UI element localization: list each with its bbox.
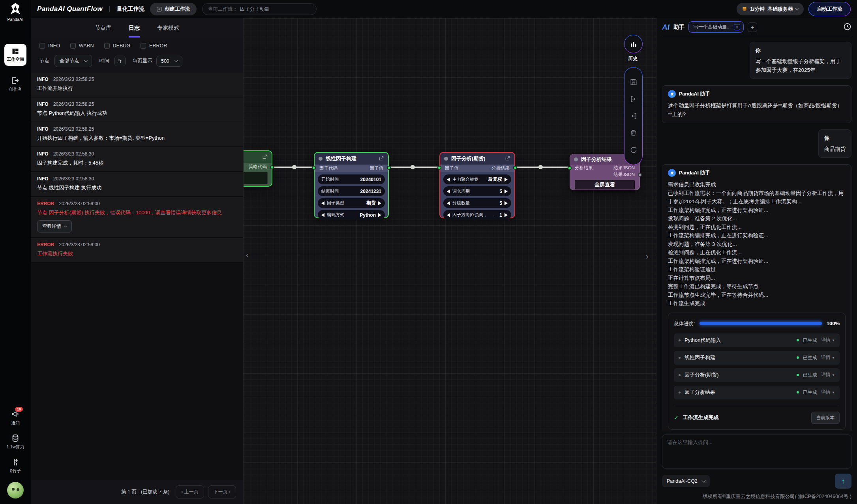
next-option-arrow[interactable] <box>504 201 508 205</box>
next-option-arrow[interactable] <box>378 213 381 217</box>
new-conversation-button[interactable]: + <box>748 22 757 32</box>
next-option-arrow[interactable] <box>504 178 508 182</box>
fullscreen-view-button[interactable]: 全屏查看 <box>575 180 635 189</box>
field-code-mode[interactable]: 编码方式 Python <box>318 210 385 220</box>
log-list[interactable]: INFO2026/3/23 02:58:25 工作流开始执行 INFO2026/… <box>31 73 243 480</box>
prev-option-arrow[interactable] <box>447 189 450 193</box>
collapse-log-panel-handle[interactable]: ‹ <box>246 250 249 259</box>
node4-out-port1-label: 结果JSON <box>613 165 635 171</box>
next-option-arrow[interactable] <box>504 189 508 193</box>
send-button[interactable]: ↑ <box>835 474 851 489</box>
app-logo[interactable]: PandaAI <box>7 2 23 22</box>
node4-in-port[interactable] <box>568 166 572 170</box>
generated-node-row[interactable]: 线性因子构建 已生成 详情 ▼ <box>674 351 840 365</box>
node4-out-port2[interactable] <box>638 173 642 177</box>
edge-2-dot <box>411 165 415 169</box>
sidebar-item-notifications[interactable]: 10 通知 <box>11 410 20 426</box>
history-clock-icon[interactable] <box>843 22 851 32</box>
bamboo-icon <box>11 458 20 467</box>
import-icon[interactable] <box>629 112 638 120</box>
save-icon[interactable] <box>629 78 638 86</box>
field-group-count[interactable]: 分组数量 5 <box>443 198 511 208</box>
page-size-select[interactable]: 500 <box>156 56 182 67</box>
server-selector[interactable]: 1/分钟 基础服务器 <box>737 3 804 15</box>
tab-expert-mode[interactable]: 专家模式 <box>157 24 179 37</box>
create-workflow-button[interactable]: 创建工作流 <box>150 3 197 15</box>
current-workflow-input[interactable]: 当前工作流： 因子分子动量 <box>202 3 317 15</box>
node2-in-port[interactable] <box>312 166 316 170</box>
detail-toggle[interactable]: 详情 ▼ <box>821 388 835 397</box>
next-option-arrow[interactable] <box>504 213 508 217</box>
run-workflow-button[interactable]: 启动工作流 <box>808 2 851 16</box>
generated-node-row[interactable]: 因子分析(期货) 已生成 详情 ▼ <box>674 368 840 382</box>
checkbox[interactable] <box>39 43 45 49</box>
node3-out-port[interactable] <box>513 166 517 170</box>
node-status-dot <box>319 157 323 161</box>
edit-node-icon[interactable] <box>262 154 268 161</box>
user-avatar[interactable] <box>7 482 24 498</box>
prev-page-button[interactable]: ‹ 上一页 <box>176 485 204 498</box>
canvas-toolbar <box>624 67 643 165</box>
progress-label: 总体进度: <box>674 319 695 328</box>
field-rebalance-period[interactable]: 调仓周期 5 <box>443 186 511 196</box>
checkbox[interactable] <box>104 43 110 49</box>
node2-out-port[interactable] <box>387 166 391 170</box>
edit-node-icon[interactable] <box>379 156 384 162</box>
node3-in-port[interactable] <box>437 166 441 170</box>
checkbox[interactable] <box>141 43 146 49</box>
prev-option-arrow[interactable] <box>447 178 450 182</box>
node-filter-select[interactable]: 全部节点 <box>54 55 92 67</box>
chat-area[interactable]: 你 写一个基础动量银子分析框架，用于参加因子大赛，在2025年 PandaAI … <box>662 36 851 431</box>
logo-text: PandaAI <box>7 17 23 22</box>
copyright-text: 版权所有©重庆量云之境信息科技有限公司( 渝ICP备2024046064号 ) <box>662 489 851 504</box>
model-select[interactable]: PandaAI-CQ2 <box>662 475 710 487</box>
close-tab-icon[interactable]: × <box>734 24 740 30</box>
prev-option-arrow[interactable] <box>447 213 450 217</box>
field-adjust-tag[interactable]: 主力聚合标签 后复权 <box>443 174 511 184</box>
filter-info[interactable]: INFO <box>39 43 60 49</box>
page-size-label: 每页显示 <box>133 58 152 64</box>
sidebar-item-workspace[interactable]: 工作空间 <box>4 44 26 66</box>
generated-node-row[interactable]: 因子分析结果 已生成 详情 ▼ <box>674 386 840 399</box>
field-factor-direction[interactable]: 因子方向(0:负向， ... 1 <box>443 210 511 220</box>
sidebar-item-bamboo[interactable]: 0竹子 <box>10 458 21 474</box>
generated-node-row[interactable]: Python代码输入 已生成 详情 ▼ <box>674 334 840 347</box>
filter-debug[interactable]: DEBUG <box>104 43 130 49</box>
prev-option-arrow[interactable] <box>321 213 324 217</box>
field-end-date[interactable]: 结束时间 20241231 <box>318 186 385 196</box>
prev-option-arrow[interactable] <box>447 201 450 205</box>
checkbox[interactable] <box>70 43 76 49</box>
node-linear-factor-build[interactable]: 线性因子构建 因子代码 因子值 开始时间 20240101 结束时间 20241… <box>314 152 389 218</box>
detail-toggle[interactable]: 详情 ▼ <box>821 335 835 345</box>
detail-toggle[interactable]: 详情 ▼ <box>821 353 835 362</box>
refresh-icon[interactable] <box>629 146 638 154</box>
field-factor-type[interactable]: 因子类型 期货 <box>318 198 385 208</box>
bullet-icon <box>679 392 681 393</box>
sidebar-item-compute[interactable]: 1.1w算力 <box>6 434 24 450</box>
sidebar-item-creator[interactable]: 创作者 <box>9 76 22 92</box>
tab-logs[interactable]: 日志 <box>129 24 140 37</box>
filter-warn[interactable]: WARN <box>70 43 94 49</box>
time-sort-button[interactable] <box>114 56 126 66</box>
next-option-arrow[interactable] <box>378 201 381 205</box>
export-icon[interactable] <box>629 95 638 103</box>
conversation-tab[interactable]: 写一个基础动量... × <box>688 21 744 33</box>
log-level-filters: INFO WARN DEBUG ERROR <box>31 37 243 50</box>
prev-option-arrow[interactable] <box>321 201 324 205</box>
node1-out-port[interactable] <box>270 165 274 169</box>
view-detail-button[interactable]: 查看详情 <box>37 220 72 232</box>
detail-toggle[interactable]: 详情 ▼ <box>821 370 835 380</box>
node-factor-analysis-futures[interactable]: 因子分析(期货) 因子值 分析结果 主力聚合标签 后复权 <box>439 152 515 218</box>
edit-node-icon[interactable] <box>505 156 510 162</box>
history-button[interactable] <box>624 35 643 53</box>
next-page-button[interactable]: 下一页 › <box>208 485 236 498</box>
page-info: 第 1 页 · (已加载 7 条) <box>121 489 169 495</box>
filter-error[interactable]: ERROR <box>141 43 167 49</box>
tab-node-library[interactable]: 节点库 <box>95 24 111 37</box>
field-start-date[interactable]: 开始时间 20240101 <box>318 174 385 184</box>
assistant-avatar-icon <box>668 90 676 98</box>
question-input[interactable] <box>662 435 851 468</box>
collapse-ai-panel-handle[interactable]: › <box>646 252 649 261</box>
current-version-button[interactable]: 当前版本 <box>811 412 840 424</box>
delete-icon[interactable] <box>629 129 638 137</box>
